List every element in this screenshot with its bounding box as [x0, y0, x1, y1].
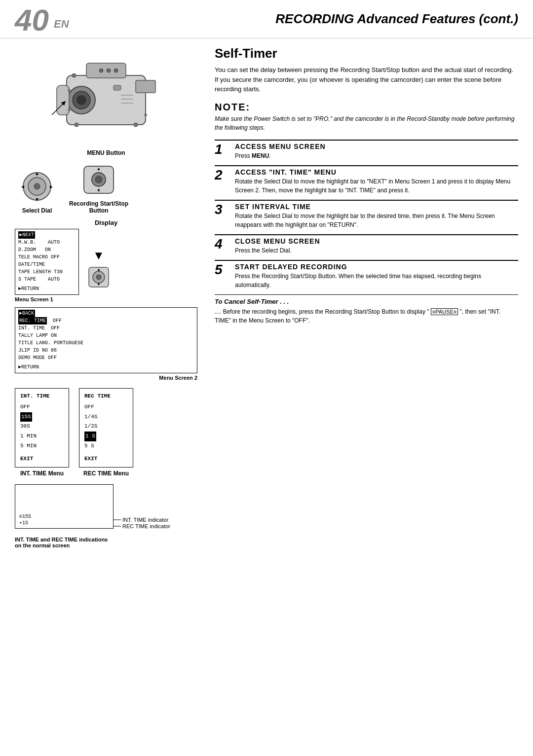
- svg-rect-10: [57, 85, 69, 115]
- menu-screen-1-box: ►NEXT M.W.B. AUTO D.ZOOM ON TELE MACRO O…: [15, 229, 79, 295]
- step-2: 2 ACCESS "INT. TIME" MENU Rotate the Sel…: [215, 165, 518, 195]
- cancel-title: To Cancel Self-Timer . . .: [215, 298, 518, 305]
- page-number: 40: [15, 5, 49, 36]
- ms1-return: ►RETURN: [18, 285, 76, 292]
- step-4-heading: CLOSE MENU SCREEN: [235, 237, 518, 245]
- select-dial-item: ▲ ▼ ◄ ► Select Dial: [15, 168, 59, 214]
- step-3: 3 SET INTERVAL TIME Rotate the Select Di…: [215, 200, 518, 229]
- ms2-return: ►RETURN: [18, 363, 194, 371]
- ms2-row-7: DEMO MODE OFF: [18, 354, 194, 361]
- note-block: NOTE: Make sure the Power Switch is set …: [215, 102, 518, 132]
- ms2-row-3: INT. TIME OFF: [18, 324, 194, 332]
- pause-symbol: ≡PAUSE≡: [431, 308, 458, 315]
- menu-screen-1-label: Menu Screen 1: [15, 296, 53, 302]
- left-column: MENU Button ▲ ▼ ◄ ► Select Dial: [0, 38, 207, 558]
- step-3-body: Rotate the Select Dial to move the highl…: [235, 212, 518, 229]
- recording-btn-item: ▲ ▼ Recording Start/StopButton: [69, 161, 128, 214]
- ms1-row-7: S TAPE AUTO: [18, 276, 76, 283]
- ms1-row-6: TAPE LENGTH T30: [18, 268, 76, 276]
- svg-point-16: [68, 108, 71, 111]
- svg-rect-4: [86, 63, 126, 78]
- time-menus-row: INT. TIME OFF 15S 30S 1 MIN 5 MIN EXIT I…: [15, 388, 197, 477]
- rec-time-indicator: ▪1S: [19, 520, 28, 526]
- step-5-number: 5: [215, 263, 232, 277]
- svg-point-3: [76, 95, 86, 105]
- step-3-content: SET INTERVAL TIME Rotate the Select Dial…: [235, 203, 518, 229]
- select-dial-svg: ▲ ▼ ◄ ►: [15, 168, 59, 205]
- page-header: 40 EN RECORDING Advanced Features (cont.…: [0, 0, 533, 38]
- normal-screen-box: ⊙15S ▪1S: [15, 484, 114, 529]
- int-time-15s: 15S: [20, 412, 64, 422]
- camcorder-illustration: [15, 46, 197, 144]
- svg-point-6: [99, 69, 103, 72]
- title-rest: Advanced Features (cont.): [357, 11, 518, 26]
- svg-rect-5: [136, 80, 155, 93]
- title-recording: RECORDING: [275, 11, 354, 26]
- ms2-row-4: TALLY LAMP ON: [18, 332, 194, 339]
- int-time-menu-box: INT. TIME OFF 15S 30S 1 MIN 5 MIN EXIT: [15, 388, 69, 468]
- page-suffix: EN: [54, 18, 69, 31]
- rec-time-exit: EXIT: [84, 454, 128, 464]
- intro-text: You can set the delay between pressing t…: [215, 65, 518, 94]
- step-3-number: 3: [215, 203, 232, 216]
- cancel-body: .... Before the recording begins, press …: [215, 307, 518, 325]
- step-4-content: CLOSE MENU SCREEN Press the Select Dial.: [235, 237, 518, 255]
- svg-text:◄: ◄: [20, 184, 25, 189]
- svg-text:▲: ▲: [35, 171, 39, 176]
- svg-point-23: [34, 183, 40, 189]
- svg-point-7: [107, 69, 111, 72]
- rec-time-1s: 1 S: [84, 432, 128, 441]
- svg-text:▲: ▲: [97, 267, 101, 272]
- rec-time-caption: REC TIME Menu: [83, 470, 129, 477]
- step-5-heading: START DELAYED RECORDING: [235, 263, 518, 271]
- int-time-off: OFF: [20, 402, 64, 412]
- step-5: 5 START DELAYED RECORDING Press the Reco…: [215, 260, 518, 289]
- int-time-header: INT. TIME: [20, 392, 64, 401]
- step-2-body: Rotate the Select Dial to move the highl…: [235, 177, 518, 195]
- ms2-row-5: TITLE LANG. PORTUGUESE: [18, 339, 194, 347]
- int-time-caption: INT. TIME Menu: [20, 470, 64, 477]
- normal-screen-caption: INT. TIME and REC TIME indications on th…: [15, 537, 114, 548]
- svg-text:▼: ▼: [97, 188, 101, 193]
- rec-time-menu-wrap: REC TIME OFF 1/4S 1/2S 1 S 5 S EXIT REC …: [79, 388, 133, 477]
- svg-point-14: [72, 73, 76, 77]
- menu-screen-1-wrap: ►NEXT M.W.B. AUTO D.ZOOM ON TELE MACRO O…: [15, 229, 79, 302]
- menu-screens-row: ►NEXT M.W.B. AUTO D.ZOOM ON TELE MACRO O…: [15, 229, 197, 302]
- arrow-dial-wrap: ▼ ▲ ▼: [86, 229, 111, 289]
- rec-time-menu-box: REC TIME OFF 1/4S 1/2S 1 S 5 S EXIT: [79, 388, 133, 468]
- ms1-row-1: ►NEXT: [18, 231, 76, 239]
- cancel-section: To Cancel Self-Timer . . . .... Before t…: [215, 294, 518, 325]
- int-time-30s: 30S: [20, 422, 64, 432]
- menu-screen-2-box: ►BACK REC. TIME OFF INT. TIME OFF TALLY …: [15, 307, 197, 373]
- recording-btn-svg: ▲ ▼: [74, 161, 123, 198]
- svg-point-15: [68, 89, 71, 92]
- normal-screen-container: ⊙15S ▪1S INT. TIME indicator REC TIME in…: [15, 484, 114, 533]
- step-4-number: 4: [215, 237, 232, 251]
- int-time-exit: EXIT: [20, 454, 64, 464]
- step-1-heading: ACCESS MENU SCREEN: [235, 143, 518, 150]
- ms2-row-6: JLIP ID NO 06: [18, 347, 194, 354]
- step-4-body: Press the Select Dial.: [235, 246, 518, 255]
- svg-text:INT. TIME indicator: INT. TIME indicator: [122, 517, 169, 523]
- ms2-row-1: ►BACK: [18, 310, 194, 317]
- step-1-body: Press MENU.: [235, 151, 518, 160]
- rec-time-14s: 1/4S: [84, 412, 128, 422]
- normal-screen-area: ⊙15S ▪1S INT. TIME indicator REC TIME in…: [15, 484, 197, 548]
- menu-screen-2-wrap: ►BACK REC. TIME OFF INT. TIME OFF TALLY …: [15, 307, 197, 381]
- ms1-row-3: D.ZOOM ON: [18, 246, 76, 253]
- svg-point-30: [95, 176, 103, 183]
- step-3-heading: SET INTERVAL TIME: [235, 203, 518, 211]
- rec-time-off: OFF: [84, 402, 128, 412]
- svg-text:REC TIME indicator: REC TIME indicator: [122, 523, 170, 529]
- int-time-indicator: ⊙15S: [19, 513, 31, 519]
- svg-rect-9: [114, 85, 121, 90]
- right-column: Self-Timer You can set the delay between…: [207, 38, 533, 558]
- step-2-content: ACCESS "INT. TIME" MENU Rotate the Selec…: [235, 168, 518, 195]
- svg-point-18: [134, 123, 138, 127]
- recording-btn-label: Recording Start/StopButton: [69, 200, 128, 214]
- select-dial-label: Select Dial: [22, 207, 52, 214]
- step-5-content: START DELAYED RECORDING Press the Record…: [235, 263, 518, 289]
- step-1-number: 1: [215, 143, 232, 156]
- int-time-menu-wrap: INT. TIME OFF 15S 30S 1 MIN 5 MIN EXIT I…: [15, 388, 69, 477]
- svg-text:▼: ▼: [97, 282, 101, 287]
